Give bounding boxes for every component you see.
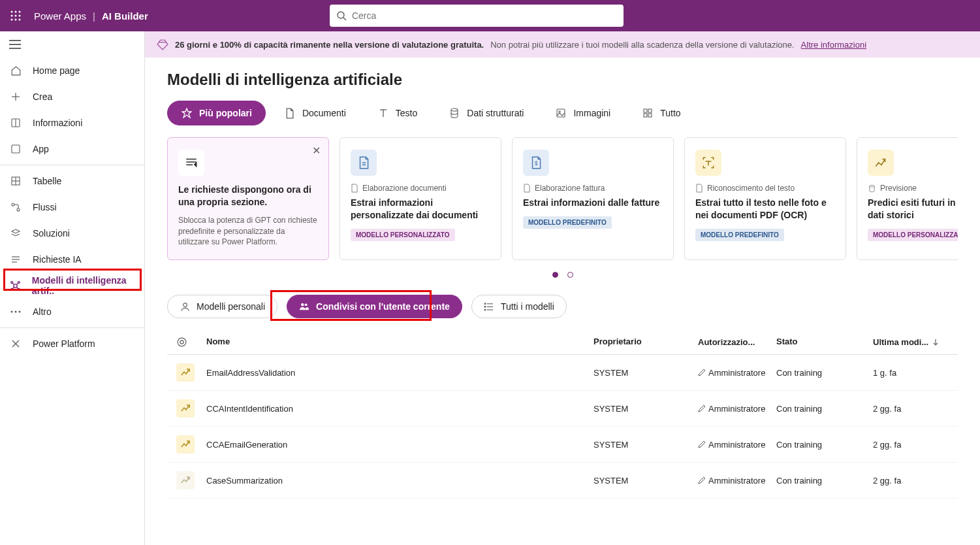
nav-app[interactable]: App: [0, 136, 144, 162]
star-icon: [181, 107, 193, 119]
pager-dot-1[interactable]: [552, 272, 558, 278]
app-name[interactable]: Power Apps: [34, 10, 86, 22]
pencil-icon: [698, 440, 706, 448]
svg-point-31: [11, 288, 13, 290]
nav-solutions[interactable]: Soluzioni: [0, 220, 144, 246]
all-icon: [642, 107, 654, 119]
svg-point-23: [17, 208, 20, 211]
svg-point-4: [15, 15, 17, 17]
badge-predef: MODELLO PREDEFINITO: [695, 229, 784, 241]
svg-point-29: [11, 281, 13, 283]
row-state: Con training: [776, 368, 873, 378]
svg-line-34: [17, 283, 18, 284]
row-owner: SYSTEM: [593, 368, 698, 378]
svg-point-70: [180, 340, 183, 344]
filter-shared[interactable]: Condivisi con l'utente corrente: [287, 295, 462, 318]
nav-platform[interactable]: Power Platform: [0, 331, 144, 357]
table-row[interactable]: CaseSummarization SYSTEM Amministratore …: [167, 463, 958, 499]
nav-more[interactable]: Altro: [0, 299, 144, 325]
pager-dot-2[interactable]: [567, 272, 573, 278]
close-icon[interactable]: ✕: [312, 144, 321, 157]
trend-icon: [176, 471, 195, 489]
app-icon: [9, 144, 22, 154]
nav-create[interactable]: Crea: [0, 84, 144, 110]
tab-structured[interactable]: Dati strutturati: [435, 101, 537, 125]
col-state[interactable]: Stato: [776, 337, 873, 348]
nav-home[interactable]: Home page: [0, 58, 144, 84]
svg-point-7: [15, 19, 17, 21]
model-cards-row: ✕ Le richieste dispongono ora di una pro…: [167, 137, 958, 260]
global-search[interactable]: [330, 5, 624, 27]
invoice-icon: $: [523, 150, 549, 176]
tab-documents[interactable]: Documenti: [271, 101, 359, 125]
col-modified[interactable]: Ultima modi...: [873, 337, 958, 348]
nav-flows-label: Flussi: [33, 202, 57, 212]
tab-text[interactable]: Testo: [364, 101, 430, 125]
table-row[interactable]: CCAIntentIdentification SYSTEM Amministr…: [167, 391, 958, 427]
filter-mine[interactable]: Modelli personali: [167, 295, 277, 318]
svg-point-22: [12, 203, 14, 206]
card-doc-extract[interactable]: Elaborazione documenti Estrai informazio…: [340, 137, 501, 260]
svg-point-38: [15, 311, 17, 313]
card-invoice[interactable]: $ Elaborazione fattura Estrai informazio…: [512, 137, 674, 260]
col-type-icon[interactable]: [167, 337, 206, 348]
hamburger-toggle[interactable]: [0, 31, 144, 58]
pencil-icon: [698, 369, 706, 376]
row-perm: Amministratore: [698, 368, 776, 378]
nav-info-label: Informazioni: [33, 118, 82, 128]
trial-link[interactable]: Altre informazioni: [801, 40, 866, 50]
carousel-pager: [167, 272, 958, 278]
nav-platform-label: Power Platform: [33, 339, 95, 349]
waffle-menu[interactable]: [5, 5, 26, 26]
nav-ai-models[interactable]: Modelli di intelligenza artif..: [0, 272, 144, 299]
table-row[interactable]: CCAEmailGeneration SYSTEM Amministratore…: [167, 427, 958, 463]
row-modified: 2 gg. fa: [873, 440, 958, 450]
card-prediction[interactable]: Previsione Predici esiti futuri in base …: [857, 137, 958, 260]
more-icon: [9, 310, 22, 313]
row-state: Con training: [776, 404, 873, 414]
row-modified: 2 gg. fa: [873, 404, 958, 414]
category-tabs: Più popolari Documenti Testo Dati strutt…: [167, 101, 958, 125]
svg-point-67: [484, 309, 486, 310]
nav-ai-requests[interactable]: Richieste IA: [0, 246, 144, 272]
card-cat-label: Elaborazione fattura: [523, 184, 663, 193]
pencil-icon: [698, 476, 706, 484]
svg-rect-45: [557, 109, 565, 117]
nav-info[interactable]: Informazioni: [0, 110, 144, 136]
svg-point-44: [451, 108, 458, 111]
card-ocr[interactable]: Riconoscimento del testo Estrai tutto il…: [684, 137, 846, 260]
filter-all[interactable]: Tutti i modelli: [471, 295, 567, 318]
svg-text:$: $: [535, 160, 538, 167]
row-owner: SYSTEM: [593, 476, 698, 486]
badge-predef: MODELLO PREDEFINITO: [523, 216, 612, 229]
row-name: CaseSummarization: [206, 476, 593, 486]
svg-point-1: [15, 11, 17, 13]
nav-more-label: Altro: [33, 306, 52, 317]
svg-point-5: [19, 15, 21, 17]
tab-all[interactable]: Tutto: [629, 101, 693, 125]
table-row[interactable]: EmailAddressValidation SYSTEM Amministra…: [167, 355, 958, 391]
trial-rest-text: Non potrai più utilizzare i tuoi modelli…: [490, 40, 794, 50]
row-modified: 1 g. fa: [873, 368, 958, 378]
section-name[interactable]: AI Builder: [102, 10, 148, 22]
svg-point-60: [183, 303, 187, 307]
nav-flows[interactable]: Flussi: [0, 194, 144, 220]
svg-point-8: [19, 19, 21, 21]
row-perm: Amministratore: [698, 440, 776, 450]
nav-tables[interactable]: Tabelle: [0, 168, 144, 194]
tab-popular[interactable]: Più popolari: [167, 101, 266, 125]
card-promo[interactable]: ✕ Le richieste dispongono ora di una pro…: [167, 137, 329, 260]
svg-line-35: [12, 287, 14, 288]
search-input[interactable]: [352, 10, 617, 21]
people-icon: [299, 301, 309, 312]
row-owner: SYSTEM: [593, 404, 698, 414]
col-owner[interactable]: Proprietario: [593, 337, 698, 348]
col-perm[interactable]: Autorizzazio...: [698, 337, 776, 348]
badge-custom: MODELLO PERSONALIZZATO: [868, 229, 958, 241]
svg-rect-50: [648, 114, 652, 117]
tab-images[interactable]: Immagini: [542, 101, 624, 125]
col-name[interactable]: Nome: [206, 337, 593, 348]
svg-line-36: [17, 287, 18, 288]
svg-point-39: [19, 311, 21, 313]
svg-line-33: [12, 283, 14, 284]
